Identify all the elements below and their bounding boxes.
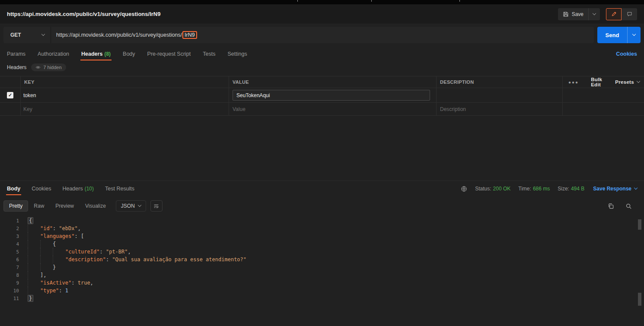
format-select[interactable]: JSON [116,200,146,212]
scrollbar-thumb[interactable] [638,293,641,306]
chevron-down-icon [593,11,596,15]
network-icon[interactable] [461,186,467,192]
indent-guide [28,240,40,248]
indent-guide [28,225,40,232]
comments-button[interactable] [622,8,637,20]
code-token-punc: : [99,249,105,255]
line-number: 6 [0,257,22,263]
tab-label: Tests [203,51,215,57]
cookies-link[interactable]: Cookies [616,51,637,57]
browser-tab-strip [0,0,644,4]
response-tab-body[interactable]: Body [7,182,20,195]
copy-icon[interactable] [608,203,614,209]
response-panel: Body Cookies Headers(10) Test Results St… [0,180,644,326]
code-line: 4{ [0,240,644,248]
response-code-area[interactable]: 1{2"id": "ebDx",3"languages": [4{5"cultu… [0,217,644,302]
code-token-punc: : [ [74,233,84,239]
new-description-input[interactable]: Description [437,103,563,115]
time-label: Time: [518,186,531,192]
indent-guide [40,263,53,271]
code-token-punc: : [106,256,112,263]
row-checkbox[interactable]: ✓ [7,92,13,98]
status-group: Status: 200 OK [475,186,510,192]
key-column-header: KEY [21,76,229,88]
line-number: 2 [0,226,22,231]
wrap-lines-button[interactable] [150,200,163,212]
tab-separator [297,0,298,2]
tab-pre-request-script[interactable]: Pre-request Script [147,47,191,60]
code-line: 9"isActive": true, [0,279,644,287]
url-input[interactable]: https://api.movidesk.com/public/v1/surve… [51,27,594,43]
code-token-key: "cultureId" [65,249,99,255]
bulk-edit-button[interactable]: Bulk Edit [584,77,609,87]
search-icon[interactable] [625,203,632,209]
code-token-punc: , [128,249,131,255]
tab-separator [371,0,372,2]
save-options-chevron[interactable] [589,8,600,20]
indent-guide [28,232,40,240]
code-line-content: ], [28,271,46,279]
send-options-chevron[interactable] [628,27,641,43]
response-tools [608,203,641,209]
titlebar-actions: Save [558,8,637,20]
save-button[interactable]: Save [558,8,600,20]
tab-settings[interactable]: Settings [227,47,247,60]
line-number: 4 [0,241,22,247]
view-tab-preview[interactable]: Preview [50,200,80,212]
new-value-input[interactable]: Value [229,103,437,115]
indent-guide [28,287,40,294]
view-tab-raw[interactable]: Raw [28,200,50,212]
save-icon [563,11,569,17]
more-options-icon[interactable]: ●●● [563,80,584,85]
status-value: 200 OK [493,186,511,192]
code-line: 10"type": 1 [0,287,644,294]
chevron-down-icon [138,203,141,207]
tab-params[interactable]: Params [7,47,26,60]
code-token-punc: : [71,280,77,286]
tab-headers[interactable]: Headers(8) [81,47,111,60]
url-highlighted-segment: IrN9 [182,31,197,39]
code-token-punc: , [90,280,93,286]
view-tab-visualize[interactable]: Visualize [80,200,112,212]
tab-tests[interactable]: Tests [203,47,215,60]
comment-icon [627,11,632,17]
response-tab-headers[interactable]: Headers(10) [62,182,94,195]
response-meta: Status: 200 OK Time: 686 ms Size: 494 B … [461,186,637,192]
row-checkbox-cell [0,103,21,115]
save-response-dropdown[interactable]: Save Response [593,186,637,192]
request-bar: GET https://api.movidesk.com/public/v1/s… [3,27,641,43]
header-value-input[interactable]: SeuTokenAqui [233,90,430,101]
tab-label: Body [123,51,135,57]
presets-dropdown[interactable]: Presets [609,79,644,85]
response-tab-test-results[interactable]: Test Results [105,182,134,195]
method-label: GET [10,32,21,38]
indent-guide [28,279,40,287]
tab-authorization[interactable]: Authorization [38,47,69,60]
response-tab-cookies[interactable]: Cookies [32,182,51,195]
table-placeholder-row: Key Value Description [0,103,644,116]
edit-button[interactable] [606,8,622,20]
tab-label: Body [7,186,20,192]
header-key-cell[interactable]: token [21,88,229,102]
send-button[interactable]: Send [597,27,628,43]
size-label: Size: [558,186,569,192]
view-tab-pretty[interactable]: Pretty [3,200,28,212]
save-label: Save [572,11,583,17]
code-line-content: "description": "Qual sua avaliação para … [28,256,246,263]
tab-label: Test Results [105,186,134,192]
hidden-headers-toggle[interactable]: 7 hidden [31,63,66,71]
format-label: JSON [121,203,135,209]
tab-label: Settings [227,51,247,57]
tab-body[interactable]: Body [123,47,135,60]
new-key-input[interactable]: Key [21,103,229,115]
header-description-cell[interactable] [437,88,563,102]
code-line-content: "languages": [ [28,232,84,240]
code-token-bool: true [78,280,90,286]
tab-label: Cookies [32,186,51,192]
code-token-str: "ebDx" [59,225,77,231]
tab-label: Params [7,51,26,57]
code-token-str: "pt-BR" [106,249,128,255]
method-select[interactable]: GET [3,27,51,43]
presets-label: Presets [615,79,634,85]
scrollbar-thumb[interactable] [638,219,641,230]
